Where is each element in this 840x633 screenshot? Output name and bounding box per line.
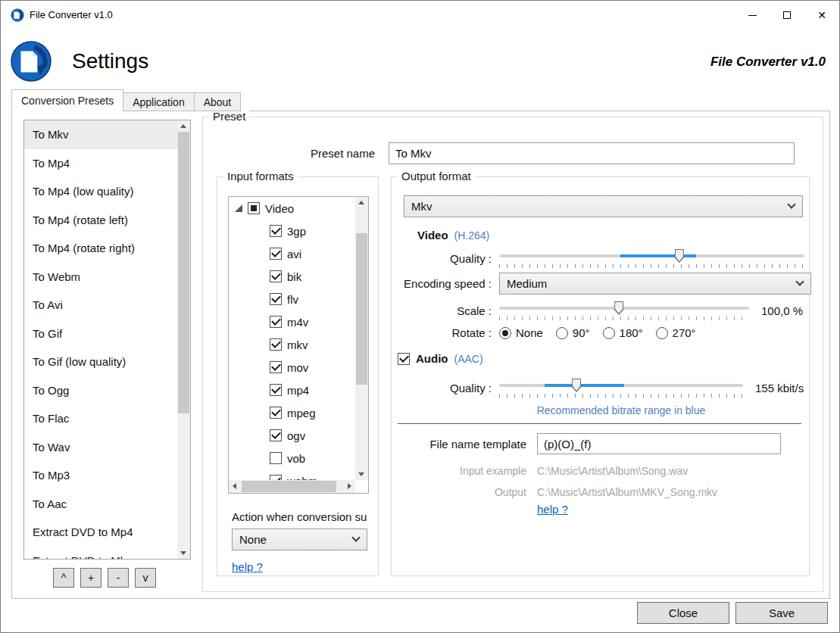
preset-list-item[interactable]: To Ogg (24, 376, 177, 405)
scale-slider[interactable] (499, 301, 749, 321)
rotate-option-label: None (516, 326, 543, 339)
preset-list-item[interactable]: To Avi (24, 291, 177, 320)
format-checkbox[interactable] (270, 293, 282, 305)
format-checkbox[interactable] (270, 225, 282, 237)
video-quality-slider[interactable] (499, 248, 804, 269)
format-checkbox[interactable] (270, 429, 282, 441)
preset-list-item[interactable]: To Mp4 (low quality) (24, 177, 177, 206)
video-category-checkbox[interactable] (248, 202, 260, 214)
scroll-down-icon[interactable] (358, 472, 364, 476)
format-row[interactable]: mov (229, 356, 368, 379)
preset-list-item[interactable]: To Mp4 (rotate left) (24, 206, 177, 235)
format-row[interactable]: m4v (229, 310, 368, 333)
action-select[interactable]: None (232, 529, 367, 550)
encoding-speed-value: Medium (507, 277, 547, 290)
audio-quality-slider[interactable] (499, 378, 743, 398)
preset-list-item[interactable]: To Mkv (24, 120, 177, 149)
format-row[interactable]: bik (229, 265, 368, 288)
scrollbar-thumb[interactable] (356, 233, 367, 385)
preset-list-item[interactable]: Extract DVD to Mkv (24, 547, 177, 560)
preset-list-item[interactable]: To Flac (24, 404, 177, 433)
expander-icon[interactable] (235, 204, 242, 212)
scrollbar-thumb[interactable] (242, 481, 336, 492)
rotate-option-none[interactable]: None (499, 326, 543, 339)
preset-list-item[interactable]: Extract DVD to Mp4 (24, 518, 177, 547)
format-row[interactable]: mpeg (229, 401, 368, 424)
remove-preset-button[interactable]: - (108, 568, 129, 588)
titlebar-close-button[interactable]: ✕ (804, 1, 839, 30)
radio-icon (603, 327, 615, 339)
rotate-option-90[interactable]: 90° (556, 326, 590, 339)
preset-list-item[interactable]: To Webm (24, 263, 177, 292)
add-preset-button[interactable]: + (80, 568, 101, 588)
slider-thumb[interactable] (614, 301, 623, 315)
minimize-button[interactable] (735, 1, 770, 30)
format-label: flv (287, 293, 298, 306)
close-button[interactable]: Close (637, 602, 729, 624)
format-row[interactable]: mkv (229, 333, 368, 356)
slider-thumb[interactable] (572, 379, 581, 392)
format-checkbox[interactable] (270, 270, 282, 282)
encoding-speed-select[interactable]: Medium (499, 273, 811, 295)
tab-application[interactable]: Application (123, 92, 195, 111)
preset-list-item[interactable]: To Mp3 (24, 461, 177, 490)
format-checkbox[interactable] (270, 452, 282, 464)
tab-about[interactable]: About (194, 92, 242, 111)
output-container-select[interactable]: Mkv (404, 195, 803, 217)
format-checkbox[interactable] (270, 361, 282, 373)
rotate-option-270[interactable]: 270° (656, 326, 696, 339)
tree-vertical-scrollbar[interactable] (355, 197, 368, 480)
move-down-button[interactable]: v (135, 568, 156, 588)
slider-thumb[interactable] (675, 249, 684, 263)
preset-list-item[interactable]: To Gif (24, 320, 177, 348)
format-row[interactable]: 3gp (229, 220, 368, 242)
audio-section-label: Audio (416, 352, 448, 365)
scroll-up-icon[interactable] (358, 201, 364, 204)
format-checkbox[interactable] (270, 338, 282, 351)
preset-list-item[interactable]: To Wav (24, 433, 177, 462)
format-label: ogv (287, 429, 305, 442)
format-category-row[interactable]: Video (229, 197, 368, 220)
preset-groupbox: Preset Preset name Input formats Video 3… (202, 117, 823, 592)
format-row[interactable]: vob (229, 447, 368, 469)
input-formats-help-link[interactable]: help ? (232, 560, 263, 573)
preset-name-input[interactable] (389, 142, 795, 164)
output-help-link[interactable]: help ? (537, 503, 568, 516)
preset-list-item[interactable]: To Mp4 (24, 149, 177, 178)
output-container-value: Mkv (411, 200, 432, 213)
format-row[interactable]: flv (229, 288, 368, 310)
maximize-button[interactable] (770, 1, 804, 30)
window-titlebar: File Converter v1.0 ✕ (1, 1, 839, 30)
slider-track[interactable] (499, 307, 749, 310)
tree-horizontal-scrollbar[interactable] (229, 480, 355, 493)
scroll-right-icon[interactable] (348, 483, 351, 489)
format-checkbox[interactable] (270, 384, 282, 396)
window-title: File Converter v1.0 (30, 9, 113, 20)
format-row[interactable]: ogv (229, 424, 368, 447)
format-label: mov (287, 361, 308, 374)
format-checkbox[interactable] (270, 316, 282, 328)
scroll-up-icon[interactable] (180, 124, 186, 128)
scrollbar-thumb[interactable] (178, 132, 189, 413)
rotate-option-180[interactable]: 180° (603, 326, 643, 339)
format-checkbox[interactable] (270, 248, 282, 260)
format-checkbox[interactable] (270, 407, 282, 419)
scroll-left-icon[interactable] (233, 483, 236, 489)
filename-template-input[interactable] (537, 433, 781, 454)
move-up-button[interactable]: ^ (53, 568, 74, 588)
preset-list-scrollbar[interactable] (177, 120, 190, 559)
format-row[interactable]: mp4 (229, 379, 368, 401)
video-category-label: Video (265, 202, 294, 215)
save-button[interactable]: Save (735, 602, 828, 624)
format-row[interactable]: avi (229, 242, 368, 265)
preset-list-item[interactable]: To Mp4 (rotate right) (24, 234, 177, 263)
tab-conversion-presets[interactable]: Conversion Presets (11, 89, 123, 111)
output-format-label: Output format (398, 170, 475, 182)
preset-list-item[interactable]: To Aac (24, 490, 177, 519)
preset-list-item[interactable]: To Gif (low quality) (24, 348, 177, 376)
scroll-down-icon[interactable] (180, 551, 186, 555)
audio-enabled-checkbox[interactable] (398, 353, 410, 365)
rotate-option-label: 270° (673, 326, 696, 339)
input-formats-groupbox: Input formats Video 3gp avi bik flv m4v … (217, 176, 379, 576)
maximize-icon (783, 11, 791, 19)
